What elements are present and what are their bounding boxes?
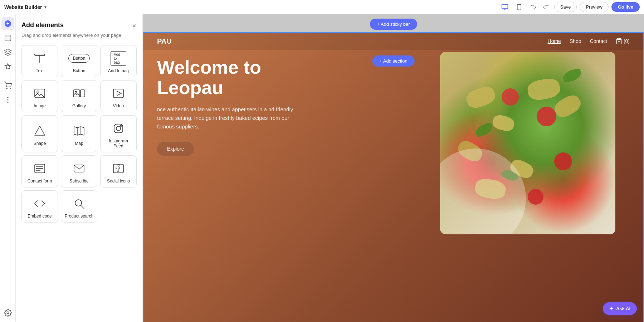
selection-border-left xyxy=(143,32,143,322)
element-button[interactable]: Button Button xyxy=(61,45,97,77)
svg-rect-0 xyxy=(502,4,508,9)
elements-grid: Text Button Button Add to bag Add to bag xyxy=(21,45,137,223)
sidebar-item-shop[interactable] xyxy=(1,79,14,92)
svg-point-38 xyxy=(75,200,82,206)
map-icon xyxy=(71,124,87,138)
element-addtobag[interactable]: Add to bag Add to bag xyxy=(100,45,137,77)
sidebar-bottom xyxy=(1,306,14,319)
svg-point-22 xyxy=(75,92,77,93)
element-search[interactable]: Product search xyxy=(61,190,97,223)
subscribe-icon xyxy=(71,161,87,176)
element-map[interactable]: Map xyxy=(61,115,97,152)
svg-point-13 xyxy=(8,97,8,98)
topbar-left: Website Builder ▾ xyxy=(4,4,47,10)
site-logo: PAU xyxy=(157,37,172,45)
element-image[interactable]: Image xyxy=(21,80,58,112)
element-text[interactable]: Text xyxy=(21,45,58,77)
selection-border-top xyxy=(143,32,644,33)
hero-explore-button[interactable]: Explore xyxy=(157,142,194,156)
site-nav: PAU Home Shop Contact (0) xyxy=(143,32,644,50)
nav-contact[interactable]: Contact xyxy=(590,38,607,44)
element-embed[interactable]: Embed code xyxy=(21,190,58,223)
hero-content: Welcome to Leopau nce authentic Italian … xyxy=(157,57,307,156)
cart-count: (0) xyxy=(624,38,630,44)
social-label: Social icons xyxy=(107,179,130,184)
save-button[interactable]: Save xyxy=(554,2,577,12)
site-nav-links: Home Shop Contact (0) xyxy=(548,38,630,44)
text-icon xyxy=(32,51,48,65)
svg-rect-21 xyxy=(73,90,80,97)
image-label: Image xyxy=(34,103,45,108)
panel-close-button[interactable]: × xyxy=(131,21,137,30)
undo-redo-group xyxy=(528,1,551,13)
search-label: Product search xyxy=(65,214,94,219)
panel-subtitle: Drag and drop elements anywhere on your … xyxy=(21,33,137,38)
element-contactform[interactable]: Contact form xyxy=(21,155,58,187)
embed-label: Embed code xyxy=(28,214,52,219)
contactform-icon xyxy=(32,161,48,176)
svg-point-30 xyxy=(116,126,121,131)
svg-rect-24 xyxy=(113,89,123,98)
nav-shop[interactable]: Shop xyxy=(570,38,581,44)
sidebar-item-design[interactable] xyxy=(1,46,14,59)
sidebar-item-layers[interactable] xyxy=(1,31,14,44)
go-live-button[interactable]: Go live xyxy=(611,2,640,12)
element-social[interactable]: Social icons xyxy=(100,155,137,187)
brand-chevron: ▾ xyxy=(44,5,47,10)
contactform-label: Contact form xyxy=(28,179,52,184)
map-label: Map xyxy=(75,141,83,146)
food-image-inner xyxy=(440,52,615,234)
addtobag-icon: Add to bag xyxy=(111,51,126,65)
image-icon xyxy=(32,86,48,101)
brand-label: Website Builder xyxy=(4,4,42,10)
food-image xyxy=(440,52,615,234)
sidebar-item-more[interactable] xyxy=(1,93,14,106)
undo-button[interactable] xyxy=(528,1,539,13)
svg-rect-23 xyxy=(80,90,85,97)
instagram-icon xyxy=(111,121,126,136)
svg-rect-3 xyxy=(517,4,521,10)
gallery-label: Gallery xyxy=(72,103,86,108)
ask-ai-label: Ask AI xyxy=(616,306,630,311)
svg-rect-17 xyxy=(35,54,45,55)
text-label: Text xyxy=(36,68,44,73)
svg-point-12 xyxy=(10,88,11,89)
sidebar-separator xyxy=(4,76,12,76)
nav-home[interactable]: Home xyxy=(548,38,561,44)
gallery-icon xyxy=(71,86,87,101)
button-preview: Button xyxy=(68,54,90,63)
main-layout: Add elements × Drag and drop elements an… xyxy=(0,14,644,322)
add-section-button[interactable]: + Add section xyxy=(372,55,414,67)
element-instagram[interactable]: Instagram Feed xyxy=(100,115,137,152)
mobile-view-button[interactable] xyxy=(513,1,525,13)
ask-ai-icon: ✦ xyxy=(609,306,613,311)
panel-title: Add elements xyxy=(21,21,64,29)
preview-button[interactable]: Preview xyxy=(580,2,608,12)
element-gallery[interactable]: Gallery xyxy=(61,80,97,112)
shape-label: Shape xyxy=(34,141,46,146)
search-icon xyxy=(71,196,87,211)
subscribe-label: Subscribe xyxy=(69,179,88,184)
add-sticky-bar-button[interactable]: + Add sticky bar xyxy=(370,19,417,30)
social-icon xyxy=(111,161,126,176)
video-label: Video xyxy=(113,103,124,108)
element-shape[interactable]: Shape xyxy=(21,115,58,152)
sidebar-item-ai[interactable] xyxy=(1,60,14,73)
instagram-label: Instagram Feed xyxy=(103,138,133,148)
redo-button[interactable] xyxy=(540,1,551,13)
embed-icon xyxy=(32,196,48,211)
ask-ai-button[interactable]: ✦ Ask AI xyxy=(603,302,637,315)
canvas-area: + Add sticky bar + Add section PAU Home … xyxy=(143,14,644,322)
topbar-right: Save Preview Go live xyxy=(499,1,640,13)
element-subscribe[interactable]: Subscribe xyxy=(61,155,97,187)
topbar: Website Builder ▾ Save Preview Go live xyxy=(0,0,644,14)
element-video[interactable]: Video xyxy=(100,80,137,112)
hero-section: PAU Home Shop Contact (0) Welcome to Leo… xyxy=(143,32,644,322)
addtobag-label: Add to bag xyxy=(108,68,129,73)
hero-subtitle: nce authentic Italian wines and appetise… xyxy=(157,105,307,131)
sidebar-item-add[interactable] xyxy=(1,17,14,30)
desktop-view-button[interactable] xyxy=(499,1,511,13)
nav-cart[interactable]: (0) xyxy=(616,38,630,44)
sidebar-item-settings[interactable] xyxy=(1,306,14,319)
svg-point-15 xyxy=(8,102,8,103)
